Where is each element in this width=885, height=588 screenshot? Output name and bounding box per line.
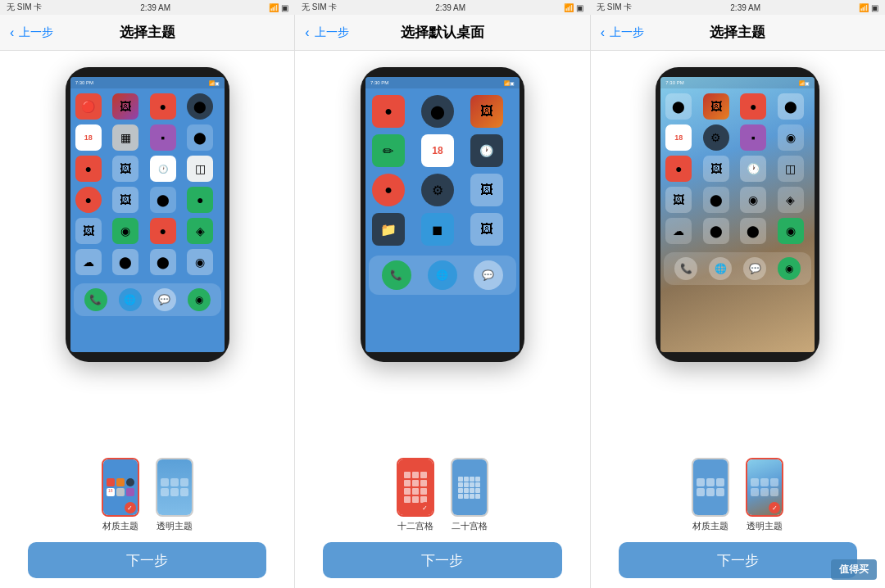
app-icon: 🖼 xyxy=(470,95,503,128)
theme-label-grid20: 二十宫格 xyxy=(452,520,488,532)
app-icon: 🖼 xyxy=(470,213,503,246)
status-left-3: 无 SIM 卡 xyxy=(597,2,632,13)
theme-thumb-grid12: ✓ xyxy=(397,458,434,517)
panel-2-bottom: ✓ 十二宫格 xyxy=(303,362,581,588)
app-grid-2: ● ⬤ 🖼 ✏ 18 🕐 ● ⚙ 🖼 📁 ◼ 🖼 xyxy=(365,88,520,252)
next-button-1[interactable]: 下一步 xyxy=(28,542,266,578)
app-icon: ◉ xyxy=(778,124,804,151)
back-label-3: 上一步 xyxy=(610,25,644,40)
theme-label-grid12: 十二宫格 xyxy=(397,520,433,532)
selected-check-1: ✓ xyxy=(125,502,136,513)
chevron-icon-3: ‹ xyxy=(601,25,605,40)
app-icon: ⬤ xyxy=(150,187,176,213)
theme-option-transparent-3[interactable]: ✓ 透明主题 xyxy=(746,458,783,532)
panel-3: 7:30 PM 📶▣ ⬤ 🖼 ● ⬤ 18 ⚙ ▪ ◉ ● 🖼 🕐 ◫ 🖼 xyxy=(591,51,885,588)
app-icon: ⚙ xyxy=(703,124,729,151)
app-icon: ⬤ xyxy=(703,218,729,244)
app-icon: ☁ xyxy=(75,249,102,275)
panel-1-bottom: 18 ✓ 材质主题 xyxy=(8,362,286,588)
app-icon: ⬤ xyxy=(778,93,804,120)
panel-1: 7:30 PM 📶▣ 🔴 🖼 ● ⬤ 18 ▦ ▪ ⬤ ● 🖼 🕐 ◫ ● xyxy=(0,51,295,588)
app-icon: ◼ xyxy=(421,213,454,246)
theme-options-2: ✓ 十二宫格 xyxy=(397,458,488,532)
signal-3: 📶 ▣ xyxy=(859,3,878,12)
status-left-1: 无 SIM 卡 xyxy=(7,2,42,13)
app-grid-3-panel: ⬤ 🖼 ● ⬤ 18 ⚙ ▪ ◉ ● 🖼 🕐 ◫ 🖼 ⬤ ◉ ◈ ☁ xyxy=(660,88,815,249)
signal-1: 📶 ▣ xyxy=(269,3,288,12)
dock-browser-3: 🌐 xyxy=(709,257,732,280)
app-icon: 🖼 xyxy=(470,174,503,206)
selected-check-grid12: ✓ xyxy=(420,502,431,513)
app-icon: ⬤ xyxy=(187,93,213,120)
app-icon: ◉ xyxy=(740,187,766,213)
theme-option-grid20[interactable]: 二十宫格 xyxy=(451,458,488,532)
dock-app-3: ◉ xyxy=(778,257,801,280)
phone-dock-3: 📞 🌐 💬 ◉ xyxy=(664,252,811,285)
dock-phone-3: 📞 xyxy=(674,257,697,280)
header-title-1: 选择主题 xyxy=(120,23,175,42)
header-title-2: 选择默认桌面 xyxy=(401,23,484,42)
theme-option-material-3[interactable]: 材质主题 xyxy=(692,458,729,532)
app-icon: 🖼 xyxy=(112,156,138,182)
back-label-1: 上一步 xyxy=(19,25,53,40)
app-icon: ◈ xyxy=(187,218,213,244)
back-button-3[interactable]: ‹ 上一步 xyxy=(601,25,644,40)
back-label-2: 上一步 xyxy=(315,25,349,40)
app-icon: ⬤ xyxy=(150,249,176,275)
time-3: 2:39 AM xyxy=(730,3,760,12)
app-icon: 🕐 xyxy=(740,156,766,182)
status-bar: 无 SIM 卡 2:39 AM 📶 ▣ 无 SIM 卡 2:39 AM 📶 ▣ … xyxy=(0,0,885,15)
app-icon: 🖼 xyxy=(112,93,138,120)
app-icon: ⬤ xyxy=(421,95,454,128)
dock-app: ◉ xyxy=(188,288,211,311)
phone-dock-1: 📞 🌐 💬 ◉ xyxy=(74,283,221,316)
dock-browser: 🌐 xyxy=(119,288,142,311)
header-section-2: ‹ 上一步 选择默认桌面 xyxy=(295,15,590,50)
app-icon: ⬤ xyxy=(740,218,766,244)
phone-mockup-2: 7:30 PM 📶▣ ● ⬤ 🖼 ✏ 18 🕐 ● ⚙ 🖼 📁 ◼ 🖼 xyxy=(361,67,524,362)
app-icon: ● xyxy=(740,93,766,120)
theme-options-1: 18 ✓ 材质主题 xyxy=(102,458,193,532)
next-button-3[interactable]: 下一步 xyxy=(619,542,857,578)
app-icon: ☁ xyxy=(665,218,692,244)
app-icon: 18 xyxy=(75,124,102,151)
app-icon: 🖼 xyxy=(703,156,729,182)
back-button-2[interactable]: ‹ 上一步 xyxy=(305,25,348,40)
app-icon: ▪ xyxy=(150,124,176,151)
app-icon: 18 xyxy=(421,134,454,167)
next-button-2[interactable]: 下一步 xyxy=(323,542,561,578)
main-content: 7:30 PM 📶▣ 🔴 🖼 ● ⬤ 18 ▦ ▪ ⬤ ● 🖼 🕐 ◫ ● xyxy=(0,51,885,588)
app-icon: ▪ xyxy=(740,124,766,151)
app-icon: ◉ xyxy=(112,218,138,244)
phone-screen-3: 7:30 PM 📶▣ ⬤ 🖼 ● ⬤ 18 ⚙ ▪ ◉ ● 🖼 🕐 ◫ 🖼 xyxy=(660,77,815,352)
app-icon: 🕐 xyxy=(470,134,503,167)
app-icon: 🕐 xyxy=(150,156,176,182)
app-icon: 🖼 xyxy=(112,187,138,213)
phone-dock-2: 📞 🌐 💬 xyxy=(369,256,516,295)
app-grid-1: 🔴 🖼 ● ⬤ 18 ▦ ▪ ⬤ ● 🖼 🕐 ◫ ● 🖼 ⬤ ● 🖼 xyxy=(70,88,225,280)
app-icon: ● xyxy=(372,174,405,206)
phone-minibar-3: 7:30 PM 📶▣ xyxy=(660,77,815,88)
header-title-3: 选择主题 xyxy=(710,23,765,42)
app-icon: ⬤ xyxy=(703,187,729,213)
signal-2: 📶 ▣ xyxy=(564,3,583,12)
phone-minibar-2: 7:30 PM 📶▣ xyxy=(365,77,520,88)
status-section-3: 无 SIM 卡 2:39 AM 📶 ▣ xyxy=(590,0,885,15)
phone-screen-1: 7:30 PM 📶▣ 🔴 🖼 ● ⬤ 18 ▦ ▪ ⬤ ● 🖼 🕐 ◫ ● xyxy=(70,77,225,352)
theme-thumb-transparent-3: ✓ xyxy=(746,458,783,517)
theme-options-3: 材质主题 xyxy=(692,458,783,532)
app-icon: ✏ xyxy=(372,134,405,167)
theme-option-grid12[interactable]: ✓ 十二宫格 xyxy=(397,458,434,532)
theme-option-transparent-1[interactable]: 透明主题 xyxy=(156,458,193,532)
app-icon: 🖼 xyxy=(703,93,729,120)
back-button-1[interactable]: ‹ 上一步 xyxy=(10,25,53,40)
app-icon: ◉ xyxy=(778,218,804,244)
header-bar: ‹ 上一步 选择主题 ‹ 上一步 选择默认桌面 ‹ 上一步 选择主题 xyxy=(0,15,885,51)
app-icon: ◈ xyxy=(778,187,804,213)
app-icon: ● xyxy=(75,156,102,182)
app-icon: 18 xyxy=(665,124,692,151)
theme-option-material-1[interactable]: 18 ✓ 材质主题 xyxy=(102,458,139,532)
sim-status-1: 无 SIM 卡 xyxy=(7,2,42,13)
theme-label-transparent-1: 透明主题 xyxy=(157,520,193,532)
panel-3-bottom: 材质主题 xyxy=(599,362,877,588)
